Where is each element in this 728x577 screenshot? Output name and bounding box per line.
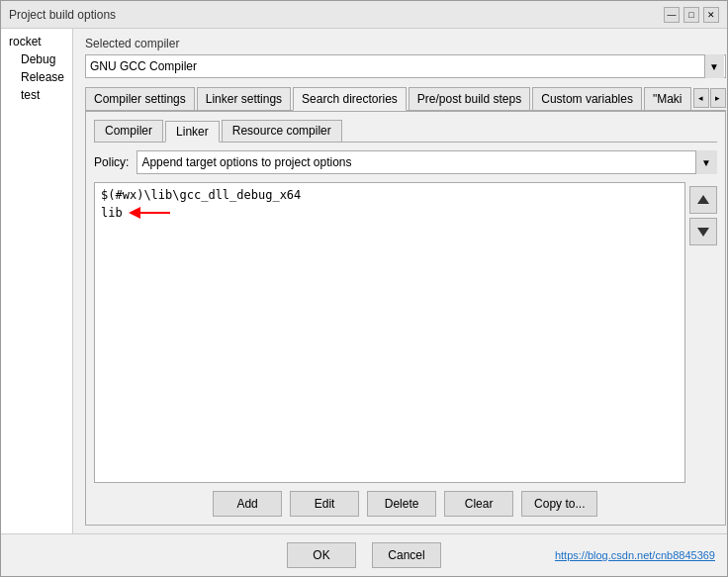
main-content: Selected compiler GNU GCC Compiler ▼ Com… — [73, 29, 727, 533]
titlebar: Project build options — □ ✕ — [1, 1, 727, 29]
tab-maki[interactable]: "Maki — [644, 87, 691, 110]
tab-inner-compiler[interactable]: Compiler — [94, 120, 163, 142]
window-body: rocket Debug Release test Selected compi… — [1, 29, 727, 533]
policy-select-wrapper: Append target options to project options… — [136, 150, 716, 174]
tab-linker-settings[interactable]: Linker settings — [197, 87, 291, 110]
copy-to-button[interactable]: Copy to... — [521, 491, 597, 517]
tab-scroll-buttons: ◂ ▸ — [693, 88, 726, 108]
tab-custom-variables[interactable]: Custom variables — [532, 87, 642, 110]
clear-button[interactable]: Clear — [444, 491, 513, 517]
tab-inner-linker[interactable]: Linker — [165, 121, 220, 143]
sidebar-item-release[interactable]: Release — [5, 68, 68, 86]
close-button[interactable]: ✕ — [703, 7, 719, 23]
tab-scroll-left-button[interactable]: ◂ — [693, 88, 709, 108]
compiler-select[interactable]: GNU GCC Compiler — [85, 54, 726, 78]
move-up-button[interactable] — [689, 186, 717, 214]
dir-entry-0[interactable]: $(#wx)\lib\gcc_dll_debug_x64 — [99, 187, 681, 203]
dir-entry-1[interactable]: lib — [99, 203, 681, 223]
sidebar-root-item[interactable]: rocket — [5, 33, 68, 50]
tab-inner-resource-compiler[interactable]: Resource compiler — [222, 120, 342, 142]
minimize-button[interactable]: — — [664, 7, 680, 23]
policy-row: Policy: Append target options to project… — [94, 150, 717, 174]
titlebar-buttons: — □ ✕ — [664, 7, 719, 23]
dir-list-wrapper: $(#wx)\lib\gcc_dll_debug_x64 lib — [94, 182, 717, 483]
down-arrow-icon — [695, 224, 711, 240]
policy-label: Policy: — [94, 155, 129, 169]
footer-link: https://blog.csdn.net/cnb8845369 — [555, 549, 715, 561]
dir-list-container: $(#wx)\lib\gcc_dll_debug_x64 lib — [94, 182, 685, 483]
footer: OK Cancel https://blog.csdn.net/cnb88453… — [1, 533, 727, 576]
window-title: Project build options — [9, 8, 116, 22]
sidebar-item-debug[interactable]: Debug — [5, 50, 68, 68]
tab-scroll-right-button[interactable]: ▸ — [710, 88, 726, 108]
main-window: Project build options — □ ✕ rocket Debug… — [0, 0, 728, 577]
up-arrow-icon — [695, 192, 711, 208]
tab-prepost-build[interactable]: Pre/post build steps — [409, 87, 530, 110]
sidebar-item-test[interactable]: test — [5, 86, 68, 104]
compiler-section: Selected compiler GNU GCC Compiler ▼ — [85, 37, 726, 78]
side-buttons — [689, 182, 717, 483]
inner-tabs: Compiler Linker Resource compiler — [94, 120, 717, 143]
compiler-select-wrapper: GNU GCC Compiler ▼ — [85, 54, 726, 78]
tab-compiler-settings[interactable]: Compiler settings — [85, 87, 195, 110]
maximize-button[interactable]: □ — [683, 7, 699, 23]
dir-list-area[interactable]: $(#wx)\lib\gcc_dll_debug_x64 lib — [94, 182, 685, 483]
tab-search-directories[interactable]: Search directories — [293, 87, 407, 111]
edit-button[interactable]: Edit — [290, 491, 359, 517]
outer-tabs: Compiler settings Linker settings Search… — [85, 86, 726, 111]
move-down-button[interactable] — [689, 218, 717, 245]
inner-panel: Compiler Linker Resource compiler Policy… — [85, 111, 726, 526]
delete-button[interactable]: Delete — [367, 491, 436, 517]
sidebar: rocket Debug Release test — [1, 29, 73, 533]
add-button[interactable]: Add — [213, 491, 282, 517]
policy-select[interactable]: Append target options to project options — [136, 150, 716, 174]
bottom-action-buttons: Add Edit Delete Clear Copy to... — [94, 491, 717, 517]
red-arrow-annotation — [127, 204, 174, 222]
ok-button[interactable]: OK — [287, 542, 356, 568]
compiler-label: Selected compiler — [85, 37, 726, 50]
cancel-button[interactable]: Cancel — [372, 542, 441, 568]
